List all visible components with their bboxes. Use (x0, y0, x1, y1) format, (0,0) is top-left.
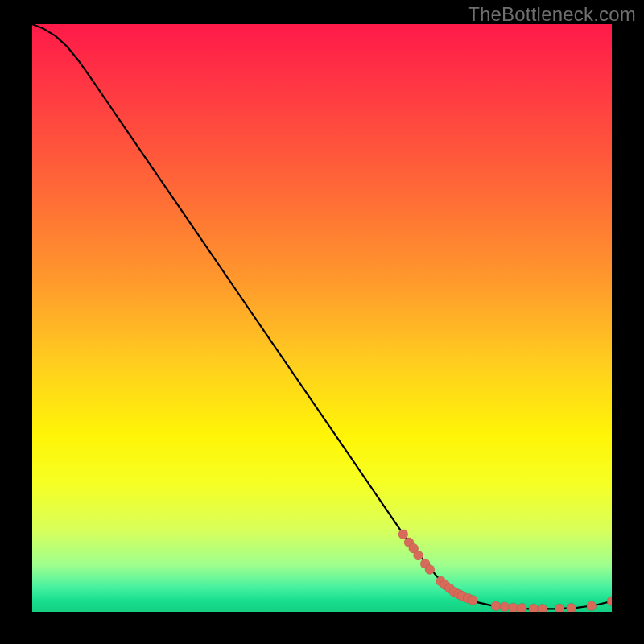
data-dot (491, 601, 501, 611)
data-dot (607, 597, 612, 606)
chart-plot-area (32, 24, 612, 612)
data-dot (468, 595, 477, 605)
data-dot (517, 603, 526, 612)
data-dots-group (398, 530, 612, 612)
data-dot (587, 601, 597, 611)
data-dot (414, 551, 423, 560)
data-dot (529, 604, 539, 612)
data-dot (538, 604, 547, 612)
data-dot (425, 564, 435, 574)
curve-svg (32, 24, 612, 612)
data-dot (500, 602, 510, 612)
bottleneck-curve (32, 24, 612, 609)
data-dot (567, 603, 576, 612)
data-dot (509, 603, 518, 612)
attribution-text: TheBottleneck.com (468, 3, 636, 26)
data-dot (555, 604, 564, 612)
data-dot (398, 530, 408, 539)
